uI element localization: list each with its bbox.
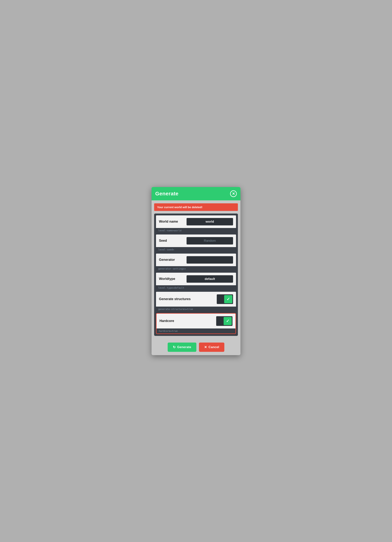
toggle-check-hardcore[interactable]: ✓ [224, 317, 232, 325]
footer-buttons: ↻ Generate ✕ Cancel [151, 339, 241, 355]
generate-structures-main: Generate structures ✓ [156, 292, 236, 307]
cancel-button-label: Cancel [209, 345, 219, 349]
world-name-main: World name [156, 215, 236, 228]
worldtype-label: Worldtype [159, 277, 175, 281]
generator-input[interactable] [187, 256, 233, 264]
toggle-off-hardcore [217, 318, 224, 324]
worldtype-meta: level-type=default [156, 285, 236, 290]
world-name-meta: level-name=world [156, 228, 236, 233]
seed-input[interactable] [187, 237, 233, 244]
settings-panel: World name level-name=world Seed level-s… [154, 214, 238, 336]
generate-button[interactable]: ↻ Generate [168, 342, 196, 352]
worldtype-row: Worldtype level-type=default [156, 273, 236, 290]
hardcore-meta: hardcore=true [156, 328, 236, 333]
hardcore-main: Hardcore ✓ [156, 314, 236, 328]
world-name-label: World name [159, 220, 178, 223]
generate-structures-row: Generate structures ✓ generate-structure… [156, 292, 236, 312]
toggle-off-generate [217, 296, 224, 303]
hardcore-toggle[interactable]: ✓ [216, 316, 232, 326]
generator-row: Generator generator-settings= [156, 254, 236, 271]
hardcore-row: Hardcore ✓ hardcore=true [156, 313, 236, 334]
toggle-check-generate[interactable]: ✓ [224, 295, 232, 303]
generate-modal: Generate ✕ Your current world will be de… [151, 187, 241, 355]
refresh-icon: ↻ [173, 345, 176, 349]
modal-body: Your current world will be deleted! Worl… [151, 200, 241, 339]
warning-banner: Your current world will be deleted! [154, 203, 238, 211]
generator-meta: generator-settings= [156, 266, 236, 271]
x-icon: ✕ [204, 345, 207, 349]
world-name-row: World name level-name=world [156, 215, 236, 233]
generate-structures-label: Generate structures [159, 297, 191, 301]
generate-structures-meta: generate-structures=true [156, 307, 236, 312]
worldtype-main: Worldtype [156, 273, 236, 285]
generate-button-label: Generate [177, 345, 191, 349]
generate-structures-toggle[interactable]: ✓ [217, 294, 233, 304]
seed-main: Seed [156, 234, 236, 247]
seed-row: Seed level-seed= [156, 234, 236, 252]
hardcore-label: Hardcore [160, 319, 174, 323]
world-name-input[interactable] [187, 218, 233, 225]
modal-header: Generate ✕ [151, 187, 241, 200]
close-button[interactable]: ✕ [230, 190, 237, 197]
generator-main: Generator [156, 254, 236, 266]
worldtype-input[interactable] [187, 275, 233, 283]
seed-label: Seed [159, 239, 167, 243]
seed-meta: level-seed= [156, 247, 236, 252]
cancel-button[interactable]: ✕ Cancel [199, 342, 224, 352]
generator-label: Generator [159, 258, 175, 262]
modal-title: Generate [155, 191, 178, 197]
